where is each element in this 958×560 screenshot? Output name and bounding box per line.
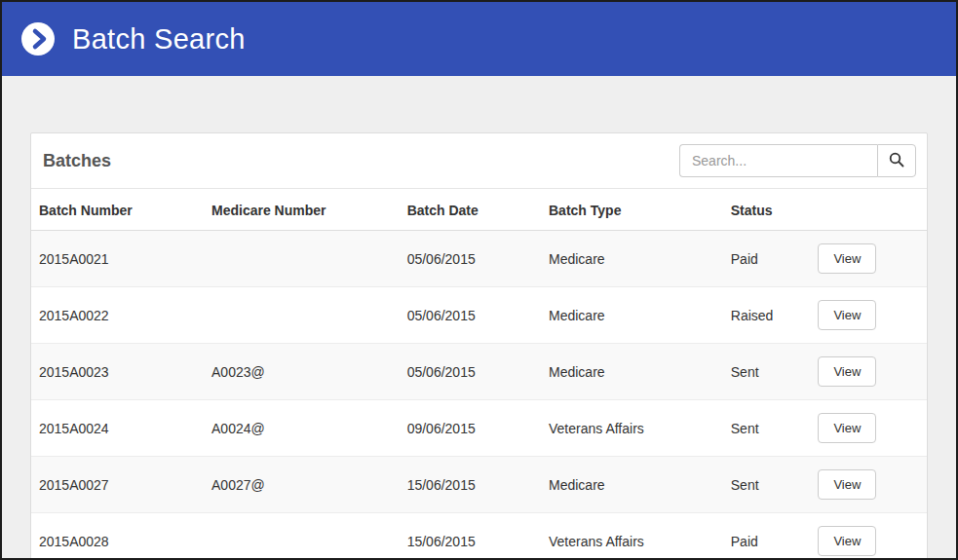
magnifier-icon [889, 152, 904, 170]
table-row: 2015A0021 05/06/2015 Medicare Paid View [31, 231, 927, 287]
cell-medicare-number: A0024@ [204, 400, 400, 457]
cell-batch-number: 2015A0021 [31, 231, 204, 287]
cell-batch-date: 05/06/2015 [400, 287, 541, 344]
cell-status: Paid [723, 513, 811, 560]
cell-status: Raised [723, 287, 811, 344]
batches-table: Batch Number Medicare Number Batch Date … [31, 188, 927, 560]
cell-status: Paid [723, 231, 811, 287]
cell-batch-date: 15/06/2015 [400, 457, 541, 513]
table-row: 2015A0028 15/06/2015 Veterans Affairs Pa… [31, 513, 927, 560]
cell-medicare-number: A0023@ [204, 344, 400, 400]
cell-batch-number: 2015A0027 [31, 457, 204, 513]
cell-batch-type: Veterans Affairs [541, 513, 723, 560]
search-button[interactable] [877, 144, 916, 177]
cell-batch-number: 2015A0028 [31, 513, 204, 560]
chevron-right-circle-icon[interactable] [19, 20, 57, 57]
batches-card-header: Batches [31, 133, 927, 188]
column-header-action [810, 189, 927, 231]
table-row: 2015A0022 05/06/2015 Medicare Raised Vie… [31, 287, 927, 344]
cell-medicare-number: A0027@ [204, 457, 400, 513]
search-group [679, 144, 916, 177]
cell-batch-type: Medicare [541, 287, 723, 344]
table-row: 2015A0023 A0023@ 05/06/2015 Medicare Sen… [31, 344, 927, 400]
table-row: 2015A0024 A0024@ 09/06/2015 Veterans Aff… [31, 400, 927, 457]
batches-card: Batches Batch Number Medicare Num [30, 132, 928, 560]
view-button[interactable]: View [818, 469, 876, 500]
cell-medicare-number [204, 513, 400, 560]
view-button[interactable]: View [818, 526, 876, 556]
cell-batch-type: Medicare [541, 344, 723, 400]
card-title: Batches [43, 151, 111, 171]
cell-medicare-number [204, 287, 400, 344]
cell-batch-date: 09/06/2015 [400, 400, 541, 457]
column-header-batch-number: Batch Number [31, 189, 204, 231]
page-title: Batch Search [72, 23, 246, 56]
search-input[interactable] [679, 144, 877, 177]
cell-status: Sent [723, 400, 811, 457]
view-button[interactable]: View [818, 356, 876, 387]
view-button[interactable]: View [818, 243, 876, 274]
cell-batch-type: Veterans Affairs [541, 400, 723, 457]
table-header-row: Batch Number Medicare Number Batch Date … [31, 189, 927, 231]
cell-batch-number: 2015A0022 [31, 287, 204, 344]
cell-medicare-number [204, 231, 400, 287]
cell-batch-type: Medicare [541, 457, 723, 513]
cell-batch-date: 05/06/2015 [400, 344, 541, 400]
cell-status: Sent [723, 344, 811, 400]
cell-batch-date: 05/06/2015 [400, 231, 541, 287]
cell-batch-date: 15/06/2015 [400, 513, 541, 560]
column-header-batch-date: Batch Date [400, 189, 541, 231]
cell-batch-type: Medicare [541, 231, 723, 287]
app-window: Batch Search Batches [0, 0, 958, 560]
column-header-medicare-number: Medicare Number [204, 189, 400, 231]
view-button[interactable]: View [818, 413, 876, 443]
cell-batch-number: 2015A0023 [31, 344, 204, 400]
view-button[interactable]: View [818, 300, 876, 330]
column-header-batch-type: Batch Type [541, 189, 723, 231]
cell-status: Sent [723, 457, 811, 513]
column-header-status: Status [723, 189, 811, 231]
cell-batch-number: 2015A0024 [31, 400, 204, 457]
app-header: Batch Search [2, 2, 956, 76]
table-row: 2015A0027 A0027@ 15/06/2015 Medicare Sen… [31, 457, 927, 513]
